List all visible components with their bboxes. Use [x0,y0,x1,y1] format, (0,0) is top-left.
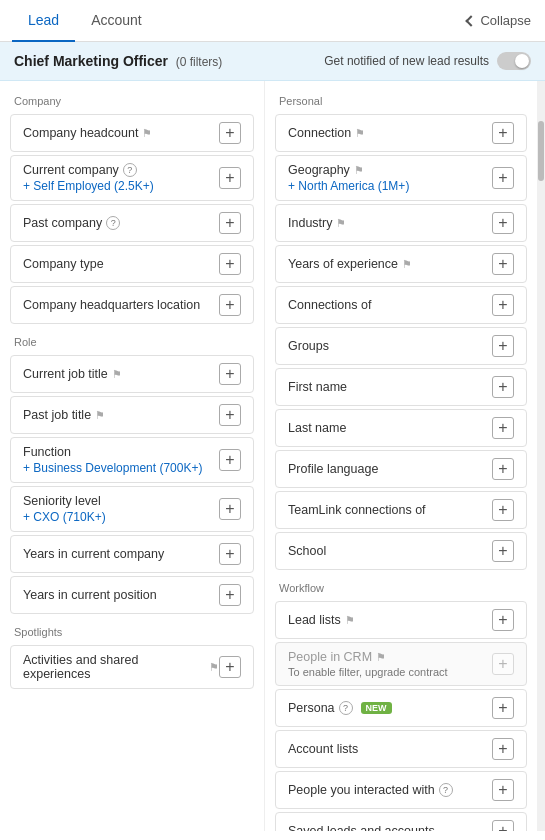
filter-value: + CXO (710K+) [23,510,106,524]
add-current-job-title-button[interactable]: + [219,363,241,385]
filter-profile-language[interactable]: Profile language + [275,450,527,488]
filter-pin-icon: ⚑ [376,651,386,664]
page-title: Chief Marketing Officer [14,53,168,69]
workflow-section-label: Workflow [265,576,537,598]
add-years-experience-button[interactable]: + [492,253,514,275]
filter-name: Current job title ⚑ [23,367,122,381]
filter-name: People you interacted with ? [288,783,453,797]
filter-pin-icon: ⚑ [209,661,219,674]
filter-pin-icon: ⚑ [402,258,412,271]
add-last-name-button[interactable]: + [492,417,514,439]
add-company-type-button[interactable]: + [219,253,241,275]
tab-account[interactable]: Account [75,0,158,42]
filter-name: Current company ? [23,163,137,177]
question-icon[interactable]: ? [123,163,137,177]
filter-name: Past job title ⚑ [23,408,105,422]
scrollbar-track[interactable] [537,81,545,831]
filter-years-experience[interactable]: Years of experience ⚑ + [275,245,527,283]
add-activities-shared-button[interactable]: + [219,656,241,678]
add-saved-leads-button[interactable]: + [492,820,514,831]
filter-current-job-title[interactable]: Current job title ⚑ + [10,355,254,393]
filter-persona[interactable]: Persona ? New + [275,689,527,727]
filter-name: Geography ⚑ [288,163,364,177]
filter-people-interacted[interactable]: People you interacted with ? + [275,771,527,809]
question-icon[interactable]: ? [339,701,353,715]
add-connections-of-button[interactable]: + [492,294,514,316]
notify-text: Get notified of new lead results [324,54,489,68]
add-seniority-level-button[interactable]: + [219,498,241,520]
filter-pin-icon: ⚑ [142,127,152,140]
add-current-company-button[interactable]: + [219,167,241,189]
filter-years-current-position[interactable]: Years in current position + [10,576,254,614]
filter-company-type[interactable]: Company type + [10,245,254,283]
filter-seniority-level[interactable]: Seniority level + CXO (710K+) + [10,486,254,532]
filter-name: Account lists [288,742,358,756]
filter-name: Seniority level [23,494,101,508]
filter-activities-shared[interactable]: Activities and shared experiences ⚑ + [10,645,254,689]
left-panel: Company Company headcount ⚑ + Current co… [0,81,265,831]
add-company-headcount-button[interactable]: + [219,122,241,144]
filter-pin-icon: ⚑ [354,164,364,177]
filter-name: Years of experience ⚑ [288,257,412,271]
add-people-interacted-button[interactable]: + [492,779,514,801]
filter-saved-leads[interactable]: Saved leads and accounts + [275,812,527,831]
filter-lead-lists[interactable]: Lead lists ⚑ + [275,601,527,639]
add-first-name-button[interactable]: + [492,376,514,398]
filter-years-current-company[interactable]: Years in current company + [10,535,254,573]
filter-teamlink-connections[interactable]: TeamLink connections of + [275,491,527,529]
filter-last-name[interactable]: Last name + [275,409,527,447]
add-profile-language-button[interactable]: + [492,458,514,480]
filter-value: + Business Development (700K+) [23,461,202,475]
question-icon[interactable]: ? [439,783,453,797]
filter-school[interactable]: School + [275,532,527,570]
add-company-hq-button[interactable]: + [219,294,241,316]
filter-groups[interactable]: Groups + [275,327,527,365]
filter-people-in-crm[interactable]: People in CRM ⚑ To enable filter, upgrad… [275,642,527,686]
add-years-current-position-button[interactable]: + [219,584,241,606]
filter-name: Last name [288,421,346,435]
filter-name: Activities and shared experiences ⚑ [23,653,219,681]
filter-company-hq[interactable]: Company headquarters location + [10,286,254,324]
add-industry-button[interactable]: + [492,212,514,234]
add-school-button[interactable]: + [492,540,514,562]
tabs-bar: Lead Account Collapse [0,0,545,42]
filter-current-company[interactable]: Current company ? + Self Employed (2.5K+… [10,155,254,201]
collapse-label: Collapse [480,13,531,28]
add-geography-button[interactable]: + [492,167,514,189]
filter-name: Lead lists ⚑ [288,613,355,627]
add-people-crm-button[interactable]: + [492,653,514,675]
add-connection-button[interactable]: + [492,122,514,144]
filter-past-company[interactable]: Past company ? + [10,204,254,242]
add-persona-button[interactable]: + [492,697,514,719]
filter-name: Function [23,445,71,459]
filter-geography[interactable]: Geography ⚑ + North America (1M+) + [275,155,527,201]
add-lead-lists-button[interactable]: + [492,609,514,631]
add-years-current-company-button[interactable]: + [219,543,241,565]
spotlights-section-label: Spotlights [0,620,264,642]
filter-past-job-title[interactable]: Past job title ⚑ + [10,396,254,434]
notify-toggle[interactable] [497,52,531,70]
filter-function[interactable]: Function + Business Development (700K+) … [10,437,254,483]
filter-industry[interactable]: Industry ⚑ + [275,204,527,242]
filter-name: Persona ? New [288,701,392,715]
add-past-job-title-button[interactable]: + [219,404,241,426]
add-function-button[interactable]: + [219,449,241,471]
filter-account-lists[interactable]: Account lists + [275,730,527,768]
filter-connections-of[interactable]: Connections of + [275,286,527,324]
add-past-company-button[interactable]: + [219,212,241,234]
filter-connection[interactable]: Connection ⚑ + [275,114,527,152]
tab-lead[interactable]: Lead [12,0,75,42]
question-icon[interactable]: ? [106,216,120,230]
collapse-button[interactable]: Collapse [467,13,545,28]
filter-name: Company type [23,257,104,271]
add-account-lists-button[interactable]: + [492,738,514,760]
chevron-left-icon [466,15,477,26]
filter-company-headcount[interactable]: Company headcount ⚑ + [10,114,254,152]
filter-name: Years in current company [23,547,164,561]
scrollbar-thumb[interactable] [538,121,544,181]
filter-pin-icon: ⚑ [355,127,365,140]
add-teamlink-connections-button[interactable]: + [492,499,514,521]
filter-name: Past company ? [23,216,120,230]
filter-first-name[interactable]: First name + [275,368,527,406]
add-groups-button[interactable]: + [492,335,514,357]
